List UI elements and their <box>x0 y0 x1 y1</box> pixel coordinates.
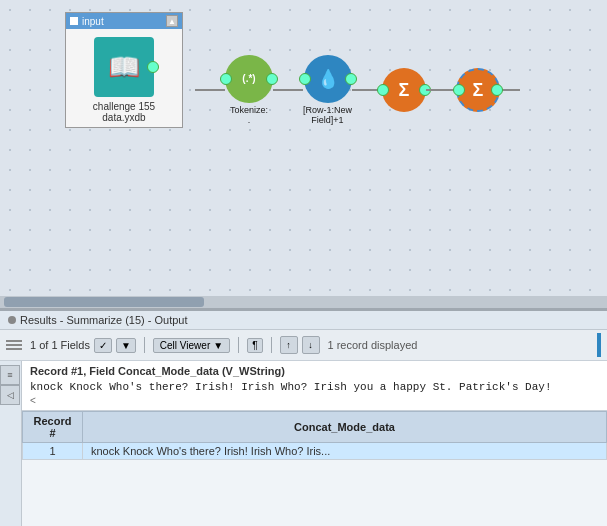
results-left-sidebar: ≡ ◁ <box>0 361 22 526</box>
tokenize-node-wrapper: (.*) Tokenize:. <box>225 55 273 125</box>
expand-btn[interactable]: ▲ <box>166 15 178 27</box>
tokenize-node[interactable]: (.*) <box>225 55 273 103</box>
record-header: Record #1, Field Concat_Mode_data (V_WSt… <box>30 365 599 377</box>
formula-label: [Row-1:NewField]+1 <box>303 105 352 125</box>
record-count: 1 record displayed <box>328 339 418 351</box>
data-source-icon[interactable]: 📖 <box>94 37 154 97</box>
col-header-concat: Concat_Mode_data <box>83 412 607 443</box>
data-table: Record # Concat_Mode_data 1 knock Knock … <box>22 411 607 526</box>
results-dot-icon <box>8 316 16 324</box>
checkmark-icon: ✓ <box>99 340 107 351</box>
fields-count: 1 of 1 Fields <box>30 339 90 351</box>
formula-node[interactable]: 💧 <box>304 55 352 103</box>
summarize2-symbol: Σ <box>473 80 484 101</box>
input-icon <box>70 17 78 25</box>
summarize1-node[interactable]: Σ <box>382 68 426 112</box>
record-detail: Record #1, Field Concat_Mode_data (V_WSt… <box>22 361 607 411</box>
formula-node-wrapper: 💧 [Row-1:NewField]+1 <box>303 55 352 125</box>
scrollbar-thumb[interactable] <box>4 297 204 307</box>
tokenize-label: Tokenize:. <box>230 105 268 125</box>
cell-viewer-dropdown-icon: ▼ <box>213 340 223 351</box>
toolbar-row: 1 of 1 Fields ✓ ▼ Cell Viewer ▼ ¶ ↑ ↓ 1 … <box>0 330 607 361</box>
formula-symbol: 💧 <box>317 68 339 90</box>
summarize1-symbol: Σ <box>399 80 410 101</box>
workflow-canvas: input ▲ 📖 challenge 155 data.yxdb (.*) T… <box>0 0 607 310</box>
results-panel: Results - Summarize (15) - Output 1 of 1… <box>0 310 607 526</box>
sidebar-icon-2[interactable]: ◁ <box>0 385 20 405</box>
chevron-btn[interactable]: ▼ <box>116 338 136 353</box>
record-content: knock Knock Who's there? Irish! Irish Wh… <box>30 381 599 393</box>
file-label: challenge 155 data.yxdb <box>93 101 155 123</box>
cell-concat-data: knock Knock Who's there? Irish! Irish Wh… <box>83 443 607 460</box>
connector-2 <box>273 89 303 91</box>
chevron-icon: ▼ <box>121 340 131 351</box>
sidebar-icon-1[interactable]: ≡ <box>0 365 20 385</box>
check-btn[interactable]: ✓ <box>94 338 112 353</box>
divider-2 <box>238 337 239 353</box>
input-container-node[interactable]: input ▲ 📖 challenge 155 data.yxdb <box>65 12 183 128</box>
down-arrow-icon: ↓ <box>308 340 313 350</box>
connector-4 <box>426 89 456 91</box>
blue-accent-bar <box>597 333 601 357</box>
results-title-bar: Results - Summarize (15) - Output <box>0 311 607 330</box>
cell-record-num: 1 <box>23 443 83 460</box>
nav-up-btn[interactable]: ↑ <box>280 336 298 354</box>
input-title: input <box>82 16 104 27</box>
table-row[interactable]: 1 knock Knock Who's there? Irish! Irish … <box>23 443 607 460</box>
canvas-scrollbar[interactable] <box>0 296 607 308</box>
divider-1 <box>144 337 145 353</box>
cell-viewer-label: Cell Viewer <box>160 340 210 351</box>
paragraph-icon: ¶ <box>252 340 257 351</box>
divider-3 <box>271 337 272 353</box>
scroll-left-indicator[interactable]: < <box>30 395 599 406</box>
tokenize-symbol: (.*) <box>242 73 255 85</box>
summarize1-node-wrapper: Σ <box>382 68 426 112</box>
paragraph-btn[interactable]: ¶ <box>247 338 262 353</box>
results-title-text: Results - Summarize (15) - Output <box>20 314 188 326</box>
grip-handle[interactable] <box>6 340 22 350</box>
connector-5 <box>500 89 520 91</box>
summarize2-node[interactable]: Σ <box>456 68 500 112</box>
col-header-record: Record # <box>23 412 83 443</box>
summarize2-node-wrapper: Σ <box>456 68 500 112</box>
cell-viewer-btn[interactable]: Cell Viewer ▼ <box>153 338 230 353</box>
up-arrow-icon: ↑ <box>286 340 291 350</box>
nav-down-btn[interactable]: ↓ <box>302 336 320 354</box>
connector-1 <box>195 89 225 91</box>
